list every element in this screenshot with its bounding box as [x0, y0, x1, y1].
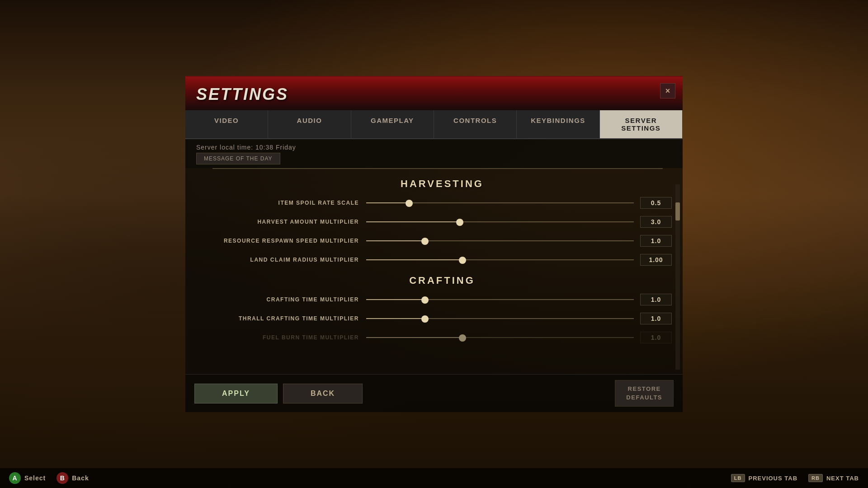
- label-crafting-time: CRAFTING TIME MULTIPLIER: [212, 296, 366, 303]
- slider-track: [366, 202, 634, 203]
- settings-scroll: HARVESTING ITEM SPOIL RATE SCALE 0.5 HAR…: [185, 168, 683, 355]
- dialog-footer: APPLY BACK RESTORE DEFAULTS: [185, 374, 683, 412]
- slider-fill: [366, 202, 409, 203]
- slider-track: [366, 221, 634, 222]
- value-harvest-amount[interactable]: 3.0: [640, 216, 672, 228]
- prev-tab-label: PREVIOUS TAB: [749, 475, 798, 482]
- next-tab-label: NEXT TAB: [826, 475, 859, 482]
- divider-top: [212, 168, 663, 169]
- label-resource-respawn: RESOURCE RESPAWN SPEED MULTIPLIER: [212, 238, 366, 244]
- tab-audio[interactable]: AUDIO: [268, 110, 351, 138]
- value-resource-respawn[interactable]: 1.0: [640, 235, 672, 247]
- next-tab-hud: RB NEXT TAB: [808, 474, 859, 482]
- label-harvest-amount: HARVEST AMOUNT MULTIPLIER: [212, 219, 366, 225]
- slider-fill: [366, 337, 462, 338]
- label-thrall-crafting: THRALL CRAFTING TIME MULTIPLIER: [212, 315, 366, 322]
- server-time: Server local time: 10:38 Friday: [196, 144, 672, 151]
- slider-land-claim[interactable]: [366, 259, 634, 261]
- slider-track: [366, 318, 634, 319]
- bottom-hud: A Select B Back LB PREVIOUS TAB RB NEXT …: [0, 468, 868, 488]
- dialog-overlay: SETTINGS × VIDEO AUDIO GAMEPLAY CONTROLS…: [0, 0, 868, 488]
- apply-button[interactable]: APPLY: [194, 384, 278, 404]
- dialog-header: SETTINGS ×: [185, 76, 683, 110]
- slider-thumb[interactable]: [459, 257, 466, 264]
- slider-fill: [366, 221, 460, 222]
- label-item-spoil: ITEM SPOIL RATE SCALE: [212, 200, 366, 206]
- slider-thumb[interactable]: [406, 200, 413, 207]
- restore-defaults-button[interactable]: RESTORE DEFAULTS: [615, 380, 674, 406]
- slider-thrall-crafting[interactable]: [366, 318, 634, 319]
- setting-row-fuel-burn: FUEL BURN TIME MULTIPLIER 1.0: [212, 332, 672, 343]
- scrollbar-track[interactable]: [675, 184, 680, 370]
- slider-crafting-time[interactable]: [366, 299, 634, 300]
- slider-thumb[interactable]: [421, 296, 429, 304]
- tab-keybindings[interactable]: KEYBINDINGS: [517, 110, 599, 138]
- content-area: Server local time: 10:38 Friday MESSAGE …: [185, 139, 683, 374]
- slider-thumb[interactable]: [421, 315, 429, 323]
- slider-harvest-amount[interactable]: [366, 221, 634, 223]
- slider-track: [366, 240, 634, 241]
- rb-icon: RB: [808, 474, 823, 482]
- back-button[interactable]: BACK: [283, 384, 363, 404]
- hud-right: LB PREVIOUS TAB RB NEXT TAB: [731, 474, 859, 482]
- b-button-icon: B: [57, 472, 68, 484]
- lb-icon: LB: [731, 474, 745, 482]
- tab-server-settings[interactable]: SERVER SETTINGS: [600, 110, 683, 138]
- setting-row-harvest-amount: HARVEST AMOUNT MULTIPLIER 3.0: [212, 216, 672, 228]
- crafting-heading: CRAFTING: [212, 275, 672, 286]
- slider-thumb[interactable]: [421, 238, 429, 245]
- value-thrall-crafting[interactable]: 1.0: [640, 313, 672, 324]
- tab-gameplay[interactable]: GAMEPLAY: [351, 110, 434, 138]
- slider-track: [366, 337, 634, 338]
- hud-back: B Back: [57, 472, 89, 484]
- slider-track: [366, 259, 634, 260]
- slider-thumb[interactable]: [459, 334, 466, 342]
- setting-row-thrall-crafting: THRALL CRAFTING TIME MULTIPLIER 1.0: [212, 313, 672, 324]
- value-fuel-burn[interactable]: 1.0: [640, 332, 672, 343]
- value-item-spoil[interactable]: 0.5: [640, 197, 672, 209]
- hud-select: A Select: [9, 472, 46, 484]
- slider-thumb[interactable]: [456, 219, 463, 226]
- settings-dialog: SETTINGS × VIDEO AUDIO GAMEPLAY CONTROLS…: [185, 76, 683, 412]
- dialog-title: SETTINGS: [196, 85, 288, 103]
- slider-item-spoil[interactable]: [366, 202, 634, 204]
- slider-track: [366, 299, 634, 300]
- slider-resource-respawn[interactable]: [366, 240, 634, 242]
- value-crafting-time[interactable]: 1.0: [640, 294, 672, 305]
- a-button-icon: A: [9, 472, 21, 484]
- value-land-claim[interactable]: 1.00: [640, 254, 672, 266]
- close-button[interactable]: ×: [660, 83, 675, 99]
- back-label: Back: [72, 474, 89, 482]
- tab-bar: VIDEO AUDIO GAMEPLAY CONTROLS KEYBINDING…: [185, 110, 683, 139]
- slider-fuel-burn[interactable]: [366, 337, 634, 338]
- slider-fill: [366, 240, 425, 241]
- prev-tab-hud: LB PREVIOUS TAB: [731, 474, 797, 482]
- harvesting-heading: HARVESTING: [212, 178, 672, 190]
- setting-row-resource-respawn: RESOURCE RESPAWN SPEED MULTIPLIER 1.0: [212, 235, 672, 247]
- slider-fill: [366, 318, 425, 319]
- motd-button[interactable]: MESSAGE OF THE DAY: [196, 153, 280, 164]
- label-land-claim: LAND CLAIM RADIUS MULTIPLIER: [212, 257, 366, 263]
- select-label: Select: [24, 474, 46, 482]
- setting-row-crafting-time: CRAFTING TIME MULTIPLIER 1.0: [212, 294, 672, 305]
- scrollbar-thumb[interactable]: [675, 202, 680, 221]
- slider-fill: [366, 299, 425, 300]
- setting-row-item-spoil: ITEM SPOIL RATE SCALE 0.5: [212, 197, 672, 209]
- label-fuel-burn: FUEL BURN TIME MULTIPLIER: [212, 334, 366, 341]
- tab-video[interactable]: VIDEO: [185, 110, 268, 138]
- setting-row-land-claim: LAND CLAIM RADIUS MULTIPLIER 1.00: [212, 254, 672, 266]
- slider-fill: [366, 259, 462, 260]
- server-info-bar: Server local time: 10:38 Friday MESSAGE …: [185, 139, 683, 168]
- tab-controls[interactable]: CONTROLS: [434, 110, 517, 138]
